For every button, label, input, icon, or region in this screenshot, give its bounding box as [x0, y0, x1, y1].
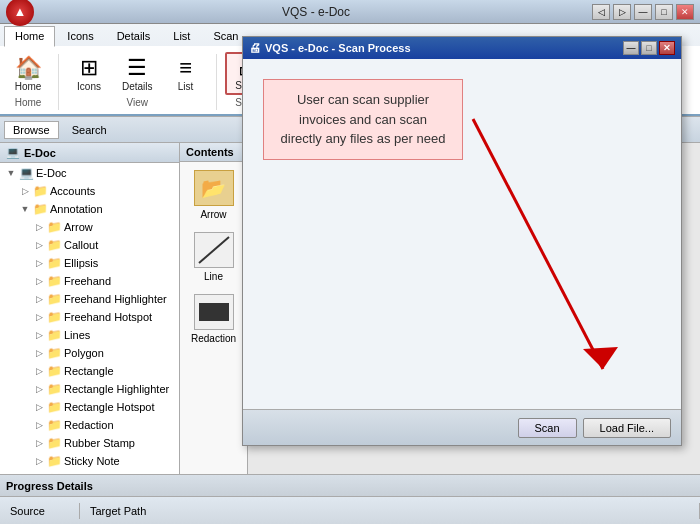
title-bar: ▲ VQS - e-Doc ◁ ▷ — □ ✕ [0, 0, 700, 24]
accounts-toggle: ▷ [18, 184, 32, 198]
redaction-svg [195, 295, 233, 329]
sn-icon: 📁 [46, 454, 62, 468]
home-button[interactable]: 🏠 Home [6, 54, 50, 95]
maximize-btn[interactable]: □ [655, 4, 673, 20]
scan-button[interactable]: Scan [518, 418, 577, 438]
arrow-icon: 📁 [46, 220, 62, 234]
home-icon: 🏠 [15, 57, 42, 79]
back-btn[interactable]: ◁ [592, 4, 610, 20]
modal-close-btn[interactable]: ✕ [659, 41, 675, 55]
tree-item-ellipsis[interactable]: ▷ 📁 Ellipsis [0, 254, 179, 272]
redaction-item-label: Redaction [191, 333, 236, 344]
fhs-icon: 📁 [46, 310, 62, 324]
rectangle-label: Rectangle [62, 365, 114, 377]
info-box: User can scan supplier invoices and can … [263, 79, 463, 160]
left-panel: 💻 E-Doc ▼ 💻 E-Doc ▷ 📁 Accounts ▼ 📁 Annot… [0, 143, 180, 519]
search-tab[interactable]: Search [63, 121, 116, 139]
rhs-icon: 📁 [46, 400, 62, 414]
redaction-tree-icon: 📁 [46, 418, 62, 432]
tree-item-rect-hotspot[interactable]: ▷ 📁 Rectangle Hotspot [0, 398, 179, 416]
svg-line-2 [473, 119, 603, 369]
rs-toggle: ▷ [32, 436, 46, 450]
left-panel-title: E-Doc [24, 147, 56, 159]
window-title: VQS - e-Doc [40, 5, 592, 19]
freehand-toggle: ▷ [32, 274, 46, 288]
icon-item-redaction[interactable]: Redaction [180, 286, 247, 348]
arrow-toggle: ▷ [32, 220, 46, 234]
edoc-icon: 💻 [18, 166, 34, 180]
accounts-label: Accounts [48, 185, 95, 197]
tree-item-rectangle[interactable]: ▷ 📁 Rectangle [0, 362, 179, 380]
tree-item-callout[interactable]: ▷ 📁 Callout [0, 236, 179, 254]
tree-item-polygon[interactable]: ▷ 📁 Polygon [0, 344, 179, 362]
annotation-toggle: ▼ [18, 202, 32, 216]
minimize-btn[interactable]: — [634, 4, 652, 20]
ellipsis-label: Ellipsis [62, 257, 98, 269]
modal-content: User can scan supplier invoices and can … [243, 59, 681, 409]
left-panel-header: 💻 E-Doc [0, 143, 179, 163]
tree-item-edoc[interactable]: ▼ 💻 E-Doc [0, 164, 179, 182]
modal-footer: Scan Load File... [243, 409, 681, 445]
icons-button[interactable]: ⊞ Icons [67, 54, 111, 95]
list-icon: ≡ [179, 57, 192, 79]
callout-label: Callout [62, 239, 98, 251]
icons-icon: ⊞ [80, 57, 98, 79]
tab-list[interactable]: List [162, 26, 201, 46]
tree-item-annotation[interactable]: ▼ 📁 Annotation [0, 200, 179, 218]
icon-item-arrow[interactable]: 📂 Arrow [180, 162, 247, 224]
status-target: Target Path [80, 503, 700, 519]
progress-section: Progress Details [0, 474, 700, 496]
tab-icons[interactable]: Icons [56, 26, 104, 46]
info-text: User can scan supplier invoices and can … [281, 92, 446, 146]
redaction-tree-label: Redaction [62, 419, 114, 431]
load-file-button[interactable]: Load File... [583, 418, 671, 438]
tree-item-freehand-hotspot[interactable]: ▷ 📁 Freehand Hotspot [0, 308, 179, 326]
view-group-label: View [67, 97, 208, 108]
ribbon-group-view: ⊞ Icons ☰ Details ≡ List View [67, 54, 217, 110]
tree-item-sticky-note[interactable]: ▷ 📁 Sticky Note [0, 452, 179, 470]
tab-home[interactable]: Home [4, 26, 55, 47]
tree-item-freehand-highlighter[interactable]: ▷ 📁 Freehand Highlighter [0, 290, 179, 308]
tree-item-arrow[interactable]: ▷ 📁 Arrow [0, 218, 179, 236]
view-buttons: ⊞ Icons ☰ Details ≡ List [67, 54, 208, 95]
icon-item-line[interactable]: Line [180, 224, 247, 286]
window-controls: ◁ ▷ — □ ✕ [592, 4, 694, 20]
home-group-label: Home [6, 97, 50, 108]
tree-item-lines[interactable]: ▷ 📁 Lines [0, 326, 179, 344]
tree-section: ▼ 💻 E-Doc ▷ 📁 Accounts ▼ 📁 Annotation ▷ … [0, 163, 179, 519]
lines-icon: 📁 [46, 328, 62, 342]
sn-toggle: ▷ [32, 454, 46, 468]
list-label: List [178, 81, 194, 92]
freehand-icon: 📁 [46, 274, 62, 288]
modal-title-icon: 🖨 [249, 41, 261, 55]
forward-btn[interactable]: ▷ [613, 4, 631, 20]
tree-item-accounts[interactable]: ▷ 📁 Accounts [0, 182, 179, 200]
line-item-label: Line [204, 271, 223, 282]
close-btn[interactable]: ✕ [676, 4, 694, 20]
rh-toggle: ▷ [32, 382, 46, 396]
tree-item-redaction[interactable]: ▷ 📁 Redaction [0, 416, 179, 434]
polygon-toggle: ▷ [32, 346, 46, 360]
list-button[interactable]: ≡ List [164, 54, 208, 95]
home-label: Home [15, 81, 42, 92]
tree-item-freehand[interactable]: ▷ 📁 Freehand [0, 272, 179, 290]
ellipsis-toggle: ▷ [32, 256, 46, 270]
modal-maximize-btn[interactable]: □ [641, 41, 657, 55]
edoc-toggle: ▼ [4, 166, 18, 180]
tab-details[interactable]: Details [106, 26, 162, 46]
browse-tab[interactable]: Browse [4, 121, 59, 139]
annotation-icon: 📁 [32, 202, 48, 216]
ribbon-group-home: 🏠 Home Home [6, 54, 59, 110]
status-bar: Source Target Path [0, 496, 700, 524]
ellipsis-icon: 📁 [46, 256, 62, 270]
modal-title-bar: 🖨 VQS - e-Doc - Scan Process — □ ✕ [243, 37, 681, 59]
arrow-item-label: Arrow [200, 209, 226, 220]
modal-minimize-btn[interactable]: — [623, 41, 639, 55]
details-button[interactable]: ☰ Details [115, 54, 160, 95]
rs-icon: 📁 [46, 436, 62, 450]
tree-item-rect-highlighter[interactable]: ▷ 📁 Rectangle Highlighter [0, 380, 179, 398]
rhs-toggle: ▷ [32, 400, 46, 414]
svg-line-0 [199, 237, 229, 263]
tree-item-rubber-stamp[interactable]: ▷ 📁 Rubber Stamp [0, 434, 179, 452]
accounts-icon: 📁 [32, 184, 48, 198]
